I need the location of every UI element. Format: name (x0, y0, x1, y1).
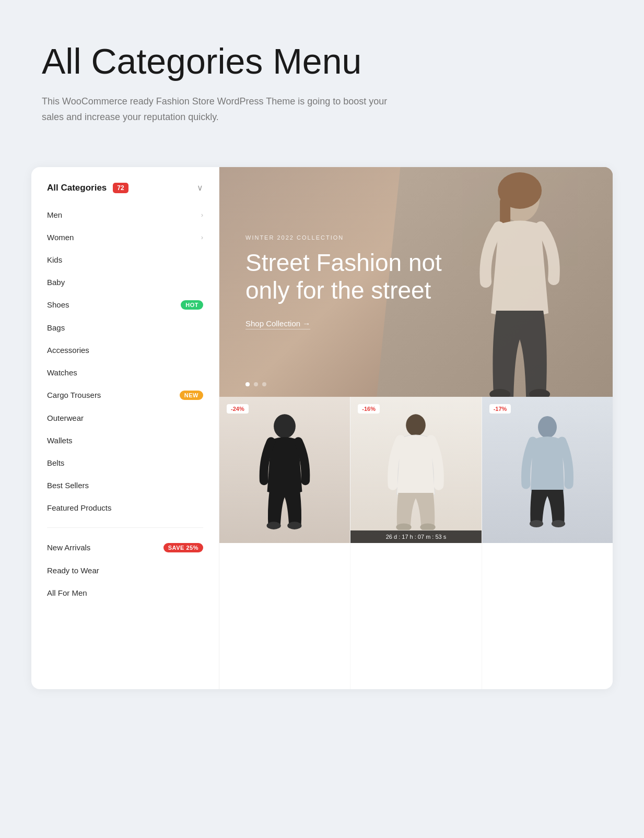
product-image-3: -17% (482, 397, 613, 543)
product-figure-3 (521, 412, 573, 527)
category-label-all-for-men: All For Men (47, 588, 87, 597)
banner-dots (245, 382, 266, 386)
category-item-watches[interactable]: Watches (31, 361, 219, 384)
arrow-icon: › (201, 233, 203, 241)
category-label-kids: Kids (47, 255, 62, 264)
product-card-2[interactable]: -16% 26 d : 17 h : 07 m : 53 s (350, 397, 482, 689)
product-image-2: -16% 26 d : 17 h : 07 m : 53 s (350, 397, 481, 543)
category-label-belts: Belts (47, 458, 64, 467)
svg-point-12 (530, 520, 543, 527)
category-item-women[interactable]: Women › (31, 226, 219, 249)
badge-new: NEW (180, 391, 203, 400)
products-row: -24% -16% (219, 397, 613, 689)
category-label-bags: Bags (47, 323, 65, 332)
count-badge: 72 (113, 183, 128, 193)
svg-point-5 (274, 414, 296, 438)
category-item-kids[interactable]: Kids (31, 249, 219, 271)
category-label-women: Women (47, 233, 74, 242)
category-label-shoes: Shoes (47, 300, 69, 309)
discount-badge-3: -17% (489, 404, 511, 414)
category-label-new-arrivals: New Arrivals (47, 543, 90, 552)
badge-hot: HOT (181, 300, 203, 310)
category-item-wallets[interactable]: Wallets (31, 429, 219, 452)
category-label-outerwear: Outerwear (47, 414, 84, 422)
arrow-icon: › (201, 211, 203, 219)
category-label-featured-products: Featured Products (47, 503, 111, 512)
product-image-1: -24% (219, 397, 350, 543)
banner-cta-button[interactable]: Shop Collection → (245, 319, 310, 329)
category-item-best-sellers[interactable]: Best Sellers (31, 474, 219, 497)
product-card-3[interactable]: -17% (482, 397, 613, 689)
sidebar: All Categories 72 ∨ Men › Women › Kids B… (31, 167, 219, 689)
sidebar-divider (47, 527, 203, 528)
svg-point-11 (538, 416, 557, 438)
category-item-featured-products[interactable]: Featured Products (31, 497, 219, 519)
banner-content: WINTER 2022 COLLECTION Street Fashion no… (219, 208, 470, 356)
discount-badge-1: -24% (227, 404, 249, 414)
hero-section: All Categories Menu This WooCommerce rea… (0, 0, 644, 157)
hero-description: This WooCommerce ready Fashion Store Wor… (42, 93, 397, 125)
category-item-outerwear[interactable]: Outerwear (31, 407, 219, 429)
category-item-new-arrivals[interactable]: New Arrivals SAVE 25% (31, 536, 219, 559)
category-item-shoes[interactable]: Shoes HOT (31, 293, 219, 316)
category-label-best-sellers: Best Sellers (47, 481, 89, 490)
category-item-cargo-trousers[interactable]: Cargo Trousers NEW (31, 384, 219, 407)
main-container: All Categories 72 ∨ Men › Women › Kids B… (31, 167, 613, 689)
svg-point-13 (552, 520, 565, 527)
dot-1[interactable] (245, 382, 250, 386)
category-item-belts[interactable]: Belts (31, 452, 219, 474)
svg-point-6 (267, 522, 281, 529)
primary-category-list: Men › Women › Kids Baby Shoes HOT Bags (31, 204, 219, 519)
category-item-ready-to-wear[interactable]: Ready to Wear (31, 559, 219, 582)
product-figure-2 (387, 410, 444, 530)
product-figure-1 (256, 410, 313, 530)
all-categories-label: All Categories (47, 183, 107, 193)
category-label-baby: Baby (47, 278, 65, 287)
hero-banner: WINTER 2022 COLLECTION Street Fashion no… (219, 167, 613, 397)
countdown-timer-2: 26 d : 17 h : 07 m : 53 s (350, 530, 481, 543)
content-area: WINTER 2022 COLLECTION Street Fashion no… (219, 167, 613, 689)
category-item-baby[interactable]: Baby (31, 271, 219, 293)
category-item-bags[interactable]: Bags (31, 316, 219, 339)
page-title: All Categories Menu (42, 42, 602, 81)
category-item-accessories[interactable]: Accessories (31, 339, 219, 361)
banner-title: Street Fashion not only for the street (245, 249, 444, 304)
secondary-category-list: New Arrivals SAVE 25% Ready to Wear All … (31, 536, 219, 604)
badge-save: SAVE 25% (163, 543, 203, 552)
svg-point-8 (406, 414, 426, 436)
category-label-accessories: Accessories (47, 346, 89, 355)
category-label-watches: Watches (47, 368, 77, 377)
category-label-wallets: Wallets (47, 436, 73, 445)
category-item-all-for-men[interactable]: All For Men (31, 582, 219, 604)
category-label-men: Men (47, 210, 62, 219)
product-card-1[interactable]: -24% (219, 397, 350, 689)
svg-point-7 (287, 522, 301, 529)
category-label-cargo-trousers: Cargo Trousers (47, 391, 101, 399)
dot-2[interactable] (254, 382, 258, 386)
chevron-down-icon: ∨ (197, 183, 203, 193)
category-item-men[interactable]: Men › (31, 204, 219, 226)
category-label-ready-to-wear: Ready to Wear (47, 566, 99, 575)
sidebar-header-left: All Categories 72 (47, 183, 128, 193)
sidebar-header[interactable]: All Categories 72 ∨ (31, 183, 219, 204)
discount-badge-2: -16% (358, 404, 380, 414)
banner-subtitle: WINTER 2022 COLLECTION (245, 234, 444, 241)
dot-3[interactable] (262, 382, 266, 386)
